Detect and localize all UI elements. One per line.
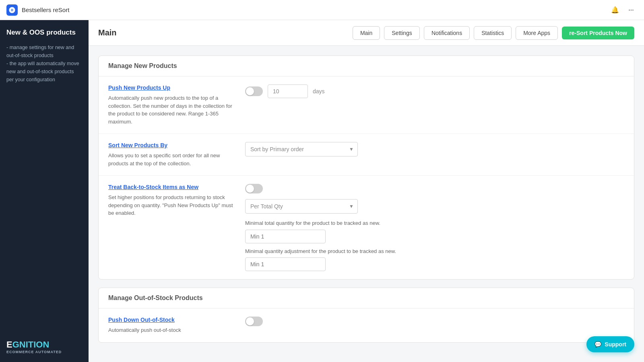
treat-min-qty-input[interactable] xyxy=(245,230,326,243)
topbar-icons: 🔔 ··· xyxy=(609,4,638,16)
sort-new-by-controls: Sort by Primary order Sort by Best Selli… xyxy=(245,142,624,156)
nav-main-button[interactable]: Main xyxy=(353,26,380,40)
support-button[interactable]: 💬 Support xyxy=(586,336,634,352)
sort-new-by-row: Sort New Products By Allows you to set a… xyxy=(99,134,634,176)
treat-input2-row: Minimal quantity adjustment for the prod… xyxy=(245,247,624,272)
nav-more-apps-button[interactable]: More Apps xyxy=(516,26,558,40)
sidebar-title: New & OOS products xyxy=(6,28,82,37)
nav-notifications-button[interactable]: Notifications xyxy=(424,26,470,40)
push-new-up-row: Push New Products Up Automatically push … xyxy=(99,76,634,134)
brand-gnition: GNITION xyxy=(12,339,50,350)
push-new-up-desc: Automatically push new products to the t… xyxy=(108,94,235,125)
push-down-oos-controls xyxy=(245,317,624,326)
header-nav: Main Settings Notifications Statistics M… xyxy=(353,26,634,40)
treat-input1-row: Minimal total quantity for the product t… xyxy=(245,219,624,243)
sidebar: New & OOS products - manage settings for… xyxy=(0,20,89,362)
push-down-oos-row: Push Down Out-of-Stock Automatically pus… xyxy=(99,309,634,342)
treat-input2-desc: Minimal quantity adjustment for the prod… xyxy=(245,247,624,255)
manage-oos-header: Manage Out-of-Stock Products xyxy=(99,288,634,309)
sort-new-by-left: Sort New Products By Allows you to set a… xyxy=(108,142,245,167)
treat-back-to-stock-toggle[interactable] xyxy=(245,184,263,193)
push-new-up-label[interactable]: Push New Products Up xyxy=(108,84,235,91)
treat-back-to-stock-toggle-knob xyxy=(246,185,254,193)
brand-e: E xyxy=(6,339,12,350)
push-down-oos-left: Push Down Out-of-Stock Automatically pus… xyxy=(108,317,245,334)
re-sort-products-button[interactable]: re-Sort Products Now xyxy=(562,27,634,39)
treat-input1-desc: Minimal total quantity for the product t… xyxy=(245,219,624,227)
app-logo xyxy=(6,4,18,16)
push-new-up-left: Push New Products Up Automatically push … xyxy=(108,84,245,125)
treat-qty-select[interactable]: Per Total Qty Per Delta Qty xyxy=(245,199,358,214)
push-down-oos-label[interactable]: Push Down Out-of-Stock xyxy=(108,317,235,323)
manage-oos-products-card: Manage Out-of-Stock Products Push Down O… xyxy=(98,288,634,343)
brand-subtitle: ECOMMERCE AUTOMATED xyxy=(6,350,82,354)
layout: New & OOS products - manage settings for… xyxy=(0,20,644,362)
sidebar-description: - manage settings for new and out-of-sto… xyxy=(6,43,82,84)
page-title: Main xyxy=(98,28,117,37)
app-title: Bestsellers reSort xyxy=(22,6,609,13)
push-down-oos-toggle[interactable] xyxy=(245,317,263,326)
topbar: Bestsellers reSort 🔔 ··· xyxy=(0,0,644,20)
manage-new-products-card: Manage New Products Push New Products Up… xyxy=(98,56,634,280)
treat-inputs-group: Minimal total quantity for the product t… xyxy=(245,219,624,271)
brand-logo: EGNITION ECOMMERCE AUTOMATED xyxy=(6,340,82,354)
page-header: Main Main Settings Notifications Statist… xyxy=(89,20,644,46)
push-new-up-toggle-knob xyxy=(246,87,254,95)
days-label: days xyxy=(313,88,325,95)
sort-new-by-select[interactable]: Sort by Primary order Sort by Best Selli… xyxy=(245,142,358,156)
manage-new-products-header: Manage New Products xyxy=(99,56,634,76)
bell-icon[interactable]: 🔔 xyxy=(609,4,621,16)
treat-back-to-stock-left: Treat Back-to-Stock Items as New Set hig… xyxy=(108,184,245,217)
support-icon: 💬 xyxy=(594,341,601,348)
main-area: Main Main Settings Notifications Statist… xyxy=(89,20,644,362)
sidebar-bottom: EGNITION ECOMMERCE AUTOMATED xyxy=(6,340,82,354)
treat-back-to-stock-desc: Set higher positions for products return… xyxy=(108,193,235,217)
manage-oos-title: Manage Out-of-Stock Products xyxy=(108,294,624,302)
manage-new-products-title: Manage New Products xyxy=(108,62,624,70)
push-new-up-toggle[interactable] xyxy=(245,86,263,96)
treat-back-to-stock-label[interactable]: Treat Back-to-Stock Items as New xyxy=(108,184,235,190)
push-new-up-controls: days xyxy=(245,84,624,98)
treat-back-to-stock-controls: Per Total Qty Per Delta Qty ▼ Minimal to… xyxy=(245,184,624,271)
more-icon[interactable]: ··· xyxy=(625,4,638,16)
treat-back-to-stock-row: Treat Back-to-Stock Items as New Set hig… xyxy=(99,176,634,279)
nav-settings-button[interactable]: Settings xyxy=(384,26,420,40)
push-down-oos-desc: Automatically push out-of-stock xyxy=(108,326,235,334)
sort-new-by-label[interactable]: Sort New Products By xyxy=(108,142,235,148)
days-input[interactable] xyxy=(268,84,308,98)
nav-statistics-button[interactable]: Statistics xyxy=(474,26,512,40)
treat-min-adj-input[interactable] xyxy=(245,257,326,271)
push-down-oos-toggle-knob xyxy=(246,317,254,325)
brand-name: EGNITION xyxy=(6,340,82,349)
treat-qty-select-wrap: Per Total Qty Per Delta Qty ▼ xyxy=(245,199,358,214)
sort-new-by-select-wrap: Sort by Primary order Sort by Best Selli… xyxy=(245,142,358,156)
support-label: Support xyxy=(605,341,626,348)
content-area: Manage New Products Push New Products Up… xyxy=(89,46,644,362)
sort-new-by-desc: Allows you to set a specific sort order … xyxy=(108,152,235,167)
